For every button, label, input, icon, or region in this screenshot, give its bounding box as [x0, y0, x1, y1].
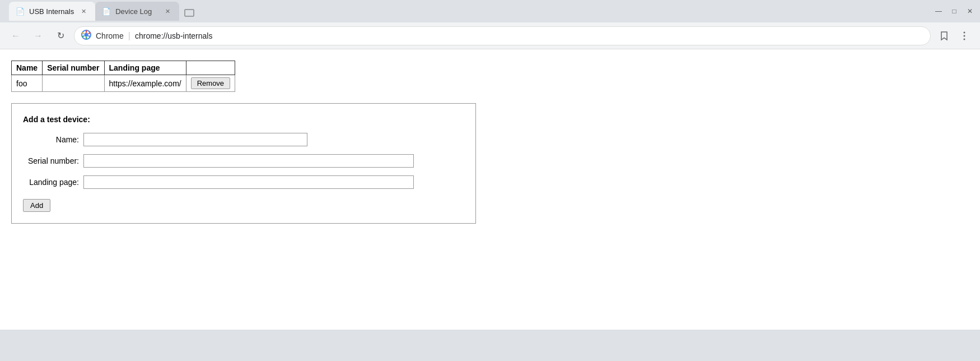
tab-device-log-label: Device Log	[115, 7, 158, 16]
landing-input[interactable]	[83, 175, 414, 189]
table-row: foo https://example.com/ Remove	[12, 75, 235, 92]
col-header-action	[186, 61, 235, 75]
chrome-icon	[81, 30, 91, 41]
svg-point-4	[964, 35, 965, 36]
add-device-box: Add a test device: Name: Serial number: …	[11, 103, 476, 224]
reload-button[interactable]: ↻	[52, 27, 69, 45]
add-device-title: Add a test device:	[23, 115, 464, 124]
remove-button[interactable]: Remove	[191, 77, 230, 89]
tab-usb-internals-close[interactable]: ✕	[78, 6, 88, 16]
name-label: Name:	[23, 135, 79, 144]
tab-usb-internals-label: USB Internals	[29, 7, 74, 16]
close-button[interactable]: ✕	[964, 6, 976, 17]
tab-usb-internals[interactable]: 📄 USB Internals ✕	[9, 2, 95, 21]
col-header-name: Name	[12, 61, 43, 75]
tab-device-log-close[interactable]: ✕	[162, 6, 172, 16]
col-header-serial: Serial number	[43, 61, 104, 75]
more-options-button[interactable]	[955, 27, 973, 45]
svg-point-5	[964, 38, 965, 40]
col-header-landing: Landing page	[104, 61, 186, 75]
tab-device-log-icon: 📄	[102, 7, 111, 16]
tab-device-log[interactable]: 📄 Device Log ✕	[95, 2, 179, 21]
back-button[interactable]: ←	[7, 27, 25, 45]
landing-row: Landing page:	[23, 175, 464, 189]
device-landing-cell: https://example.com/	[104, 75, 186, 92]
site-label: Chrome	[96, 31, 124, 40]
svg-point-2	[85, 33, 88, 37]
serial-row: Serial number:	[23, 154, 464, 168]
bookmark-button[interactable]	[935, 27, 953, 45]
nav-bar: ← → ↻ Chrome | chrome://usb-internals	[0, 22, 980, 49]
name-input[interactable]	[83, 133, 307, 146]
serial-input[interactable]	[83, 154, 414, 168]
minimize-button[interactable]: —	[933, 6, 944, 17]
landing-label: Landing page:	[23, 178, 79, 187]
device-action-cell: Remove	[186, 75, 235, 92]
address-divider: |	[128, 31, 130, 41]
serial-label: Serial number:	[23, 156, 79, 165]
tab-page-icon: 📄	[16, 7, 25, 16]
svg-point-3	[964, 31, 965, 33]
name-row: Name:	[23, 133, 464, 146]
address-bar[interactable]: Chrome | chrome://usb-internals	[74, 26, 931, 45]
devices-table: Name Serial number Landing page foo http…	[11, 61, 235, 92]
forward-button[interactable]: →	[29, 27, 47, 45]
address-url: chrome://usb-internals	[135, 31, 213, 40]
add-button[interactable]: Add	[23, 199, 50, 212]
device-name-cell: foo	[12, 75, 43, 92]
svg-rect-0	[185, 10, 194, 16]
device-serial-cell	[43, 75, 104, 92]
new-tab-button[interactable]	[181, 5, 197, 21]
maximize-button[interactable]: □	[949, 6, 960, 17]
page-content: Name Serial number Landing page foo http…	[0, 49, 980, 330]
